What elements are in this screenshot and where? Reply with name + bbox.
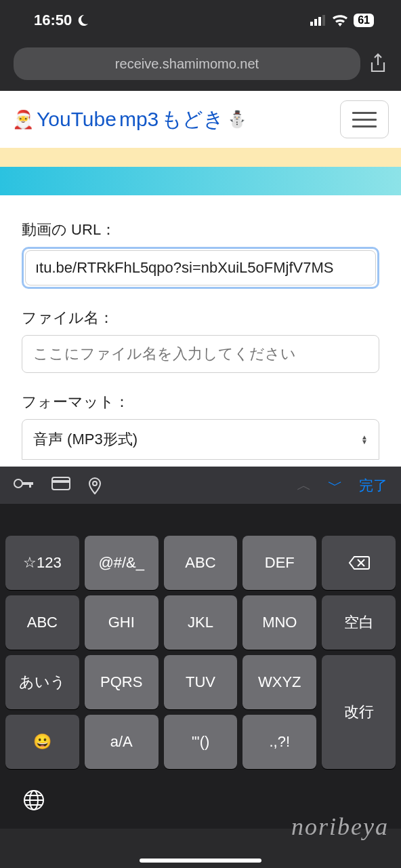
santa-hat-icon: 🎅 — [12, 109, 34, 130]
battery-icon: 61 — [354, 14, 374, 27]
key-kana[interactable]: あいう — [5, 655, 79, 709]
snowman-icon: ⛄ — [227, 110, 247, 129]
key-punct[interactable]: .,?! — [242, 715, 316, 769]
select-arrows-icon: ▲▼ — [361, 435, 368, 444]
keyboard-done-button[interactable]: 完了 — [359, 476, 387, 495]
svg-rect-1 — [314, 19, 317, 26]
address-bar[interactable]: receive.shamimomo.net — [14, 47, 360, 80]
keyboard-toolbar: ︿ ﹀ 完了 — [0, 467, 401, 505]
menu-button[interactable] — [340, 100, 389, 138]
key-paren[interactable]: '"() — [164, 715, 238, 769]
filename-label: ファイル名： — [22, 308, 379, 328]
notice-strip — [0, 148, 401, 167]
status-icons: 61 — [310, 14, 374, 27]
logo-mp3: mp3 — [119, 108, 159, 131]
keyboard: ☆123 @#/&_ ABC DEF ABC GHI JKL MNO 空白 あい… — [0, 505, 401, 829]
key-case[interactable]: a/A — [85, 715, 159, 769]
key-pqrs[interactable]: PQRS — [85, 655, 159, 709]
browser-chrome: receive.shamimomo.net — [0, 41, 401, 91]
filename-input[interactable] — [22, 335, 379, 373]
next-field-button[interactable]: ﹀ — [328, 475, 343, 496]
logo-youtube: YouTube — [37, 108, 117, 131]
key-space[interactable]: 空白 — [322, 595, 396, 650]
format-value: 音声 (MP3形式) — [33, 429, 138, 450]
site-header: 🎅 YouTube mp3 もどき ⛄ — [0, 91, 401, 148]
key-at[interactable]: @#/&_ — [85, 536, 159, 590]
url-label: 動画の URL： — [22, 220, 379, 240]
hero-strip — [0, 167, 401, 195]
status-bar: 16:50 61 — [0, 0, 401, 41]
time-text: 16:50 — [34, 12, 72, 29]
svg-point-4 — [14, 479, 22, 488]
svg-point-9 — [93, 481, 97, 486]
svg-rect-0 — [310, 22, 313, 26]
watermark: noribeya — [291, 812, 389, 841]
key-abc1[interactable]: ABC — [164, 536, 238, 590]
password-key-icon[interactable] — [14, 477, 34, 494]
share-button[interactable] — [368, 53, 387, 75]
svg-rect-7 — [52, 477, 70, 490]
key-abc-mode[interactable]: ABC — [5, 595, 79, 650]
key-def[interactable]: DEF — [242, 536, 316, 590]
globe-icon[interactable] — [23, 789, 45, 811]
url-text: receive.shamimomo.net — [115, 56, 259, 72]
key-symbols[interactable]: ☆123 — [5, 536, 79, 590]
key-enter[interactable]: 改行 — [322, 655, 396, 769]
wifi-icon — [332, 14, 348, 26]
svg-rect-2 — [318, 17, 321, 26]
key-tuv[interactable]: TUV — [164, 655, 238, 709]
card-icon[interactable] — [51, 477, 70, 494]
key-jkl[interactable]: JKL — [164, 595, 238, 650]
svg-rect-8 — [52, 480, 70, 483]
site-logo[interactable]: 🎅 YouTube mp3 もどき ⛄ — [12, 106, 247, 134]
location-icon[interactable] — [88, 477, 102, 494]
format-select[interactable]: 音声 (MP3形式) ▲▼ — [22, 419, 379, 460]
key-emoji[interactable]: 😀 — [5, 715, 79, 769]
home-indicator[interactable] — [140, 859, 261, 863]
key-wxyz[interactable]: WXYZ — [242, 655, 316, 709]
cellular-icon — [310, 15, 326, 26]
svg-rect-5 — [22, 482, 33, 485]
key-backspace[interactable] — [322, 536, 396, 590]
key-mno[interactable]: MNO — [242, 595, 316, 650]
svg-rect-3 — [322, 15, 325, 26]
moon-icon — [76, 14, 89, 27]
key-ghi[interactable]: GHI — [85, 595, 159, 650]
prev-field-button: ︿ — [297, 475, 312, 496]
svg-rect-6 — [29, 482, 31, 488]
url-input-focus-ring — [22, 247, 379, 289]
form: 動画の URL： ファイル名： フォーマット： 音声 (MP3形式) ▲▼ — [0, 195, 401, 467]
status-time: 16:50 — [34, 12, 89, 29]
logo-modoki: もどき — [161, 106, 224, 134]
format-label: フォーマット： — [22, 392, 379, 412]
page-content: 🎅 YouTube mp3 もどき ⛄ 動画の URL： ファイル名： フォーマ… — [0, 91, 401, 467]
url-input[interactable] — [25, 250, 376, 285]
